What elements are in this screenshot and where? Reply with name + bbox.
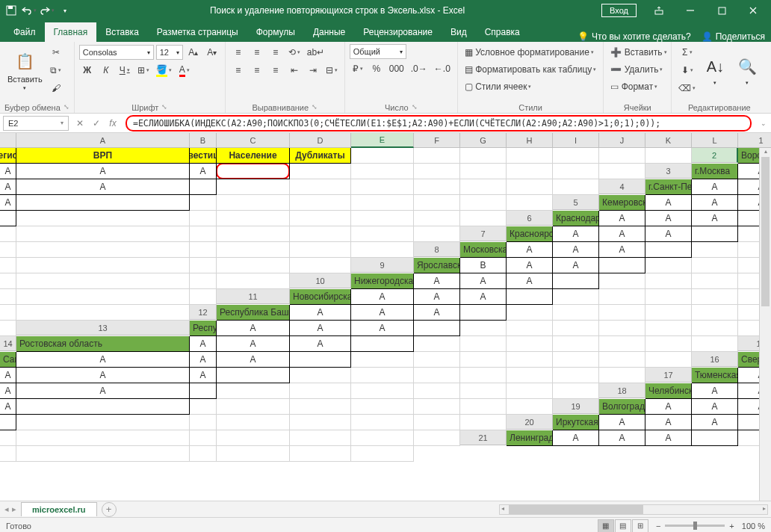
cell[interactable] <box>553 368 599 383</box>
cell[interactable]: А <box>692 399 738 415</box>
cell[interactable]: А <box>290 321 351 336</box>
cell-e4[interactable] <box>16 195 190 211</box>
col-header-E[interactable]: E <box>351 133 414 148</box>
cell[interactable] <box>645 273 692 289</box>
cell[interactable]: А <box>16 164 190 179</box>
vertical-scrollbar[interactable]: ▴ <box>759 148 771 501</box>
wrap-text-icon[interactable]: ab↵ <box>305 44 326 61</box>
cancel-formula-icon[interactable]: ✕ <box>72 115 88 132</box>
cell[interactable] <box>692 336 738 352</box>
cell[interactable] <box>553 321 599 336</box>
col-header-J[interactable]: J <box>599 133 645 148</box>
region-cell[interactable]: Ярославская область <box>414 258 460 273</box>
cell-e2[interactable] <box>217 164 290 179</box>
col-header-L[interactable]: L <box>692 133 738 148</box>
zoom-slider-thumb[interactable] <box>693 522 697 530</box>
cell[interactable]: А <box>0 399 16 415</box>
cell[interactable]: А <box>414 305 460 321</box>
cell[interactable] <box>16 226 190 242</box>
cell[interactable] <box>599 289 645 305</box>
cell[interactable] <box>217 179 290 195</box>
enter-formula-icon[interactable]: ✓ <box>88 115 105 132</box>
zoom-slider[interactable] <box>665 525 725 527</box>
cell[interactable] <box>351 415 414 430</box>
cell[interactable]: А <box>692 179 738 195</box>
header-cell[interactable]: Дубликаты <box>290 148 351 164</box>
region-cell[interactable]: Иркутская область <box>553 415 599 430</box>
sheet-nav-prev-icon[interactable]: ◂ <box>4 504 9 514</box>
cell[interactable] <box>0 430 16 446</box>
cell[interactable]: А <box>692 211 738 226</box>
row-header-4[interactable]: 4 <box>599 179 645 194</box>
cell[interactable]: А <box>645 415 692 430</box>
cell[interactable] <box>414 211 460 226</box>
cell[interactable]: А <box>645 211 692 226</box>
region-cell[interactable]: Кемеровская область <box>599 195 645 211</box>
cell[interactable] <box>190 258 217 273</box>
row-header-12[interactable]: 12 <box>190 305 217 320</box>
decrease-decimal-icon[interactable]: ←.0 <box>432 61 453 77</box>
expand-formula-bar-icon[interactable]: ⌄ <box>756 120 771 127</box>
bold-icon[interactable]: Ж <box>79 62 96 78</box>
fill-icon[interactable]: ⬇ <box>676 62 698 78</box>
cell[interactable]: А <box>190 164 217 179</box>
cell[interactable]: А <box>0 383 16 399</box>
row-header-13[interactable]: 13 <box>16 321 190 335</box>
cell[interactable] <box>290 195 351 211</box>
sheet-nav-next-icon[interactable]: ▸ <box>12 504 16 514</box>
cell[interactable] <box>599 148 645 164</box>
cell[interactable] <box>0 242 16 258</box>
cell[interactable] <box>217 242 290 258</box>
cell[interactable] <box>217 430 290 446</box>
cell[interactable] <box>217 446 290 462</box>
cell[interactable] <box>507 368 553 383</box>
tab-review[interactable]: Рецензирование <box>354 22 442 42</box>
cell[interactable]: А <box>599 226 645 242</box>
cell[interactable] <box>460 148 507 164</box>
cell[interactable] <box>0 321 16 336</box>
paste-button[interactable]: 📋 Вставить ▾ <box>4 48 46 93</box>
header-cell[interactable]: Инвестиции <box>190 148 217 164</box>
cell-e3[interactable] <box>190 179 217 195</box>
copy-icon[interactable]: ⧉ <box>48 62 64 78</box>
cell[interactable] <box>553 148 599 164</box>
share-button[interactable]: 👤 Поделиться <box>702 31 765 42</box>
cell[interactable] <box>553 289 599 305</box>
cell[interactable] <box>507 305 553 321</box>
find-select-button[interactable]: 🔍▾ <box>732 53 762 87</box>
cell[interactable] <box>599 273 645 289</box>
clipboard-launcher-icon[interactable]: ⤡ <box>64 103 69 112</box>
sort-filter-button[interactable]: A↓▾ <box>700 53 730 87</box>
region-cell[interactable]: Волгоградская область <box>599 399 645 415</box>
increase-font-icon[interactable]: A▴ <box>185 44 202 61</box>
cell[interactable]: А <box>599 242 645 258</box>
cell[interactable] <box>414 164 460 179</box>
cell[interactable] <box>217 211 290 226</box>
cell[interactable] <box>507 321 553 336</box>
row-header-9[interactable]: 9 <box>351 258 414 273</box>
tab-file[interactable]: Файл <box>4 22 45 42</box>
cell[interactable] <box>290 383 351 399</box>
cell[interactable] <box>290 211 351 226</box>
cell[interactable] <box>190 289 217 305</box>
italic-icon[interactable]: К <box>98 62 114 78</box>
cell[interactable] <box>16 211 190 226</box>
cell[interactable]: А <box>507 273 553 289</box>
cell[interactable] <box>645 289 692 305</box>
cell[interactable] <box>16 289 190 305</box>
row-header-17[interactable]: 17 <box>645 368 692 383</box>
cell[interactable] <box>217 273 290 289</box>
cell[interactable] <box>553 179 599 195</box>
vscroll-thumb[interactable] <box>761 157 770 306</box>
insert-function-icon[interactable]: fx <box>105 115 121 132</box>
merge-icon[interactable]: ⊟ <box>323 62 340 78</box>
cell[interactable] <box>645 258 692 273</box>
row-header-6[interactable]: 6 <box>507 211 553 226</box>
cell[interactable] <box>599 368 645 383</box>
tab-page-layout[interactable]: Разметка страницы <box>148 22 247 42</box>
cell[interactable] <box>0 289 16 305</box>
cell[interactable] <box>645 305 692 321</box>
cell-e19[interactable] <box>0 415 16 430</box>
cell[interactable]: А <box>599 430 645 446</box>
cell[interactable] <box>290 399 351 415</box>
